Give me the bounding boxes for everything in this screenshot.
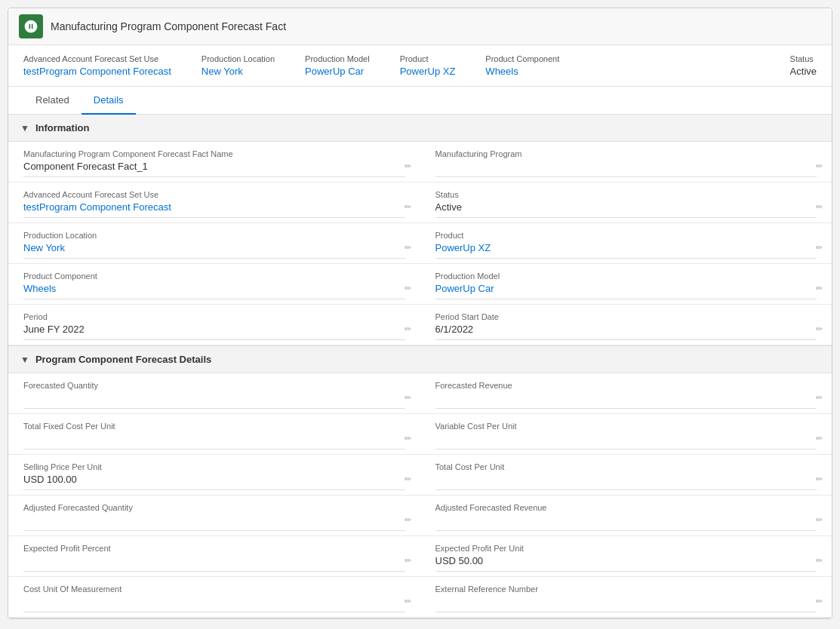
edit-icon-production-model[interactable]: ✏ <box>816 284 823 293</box>
field-product-component-value[interactable]: Wheels <box>23 283 405 299</box>
section-forecast-details-header[interactable]: ▼ Program Component Forecast Details <box>8 346 832 373</box>
field-expected-profit-per-unit: Expected Profit Per Unit USD 50.00 ✏ <box>420 536 832 577</box>
quick-info-product-value[interactable]: PowerUp XZ <box>400 66 456 77</box>
field-external-ref-number-label: External Reference Number <box>435 585 817 594</box>
field-period-label: Period <box>23 312 405 321</box>
field-production-location-value[interactable]: New York <box>23 242 405 259</box>
field-product-component: Product Component Wheels ✏ <box>8 264 420 305</box>
field-mfg-program-value <box>435 161 817 177</box>
section-forecast-details-label: Program Component Forecast Details <box>35 354 211 365</box>
field-forecasted-revenue-label: Forecasted Revenue <box>435 381 817 390</box>
edit-icon-total-fixed-cost[interactable]: ✏ <box>405 434 411 443</box>
edit-icon-mfg-program[interactable]: ✏ <box>816 161 823 171</box>
edit-icon-expected-profit-percent[interactable]: ✏ <box>405 556 411 566</box>
field-adjusted-forecasted-rev: Adjusted Forecasted Revenue ✏ <box>420 496 832 536</box>
edit-icon-period[interactable]: ✏ <box>405 324 411 334</box>
edit-icon-total-cost-per-unit[interactable]: ✏ <box>816 474 823 484</box>
tab-details[interactable]: Details <box>82 87 136 115</box>
field-adjusted-forecasted-rev-value <box>435 514 817 531</box>
field-product-label: Product <box>435 231 817 240</box>
quick-info-production-location-value[interactable]: New York <box>202 66 275 77</box>
field-period: Period June FY 2022 ✏ <box>8 305 420 345</box>
field-production-location-label: Production Location <box>23 231 405 240</box>
edit-icon-production-location[interactable]: ✏ <box>405 243 411 253</box>
edit-icon-adjusted-forecasted-qty[interactable]: ✏ <box>405 515 411 525</box>
field-forecasted-revenue: Forecasted Revenue ✏ <box>420 373 832 414</box>
quick-info-product-component-value[interactable]: Wheels <box>485 66 559 77</box>
quick-info-product-component-label: Product Component <box>485 54 559 63</box>
section-information-fields: Manufacturing Program Component Forecast… <box>8 142 832 345</box>
app-icon <box>19 14 43 38</box>
tab-related[interactable]: Related <box>23 87 82 115</box>
section-forecast-details-fields: Forecasted Quantity ✏ Forecasted Revenue… <box>8 373 832 618</box>
tabs-bar: Related Details <box>8 87 832 115</box>
field-adjusted-forecasted-qty-value <box>23 514 405 531</box>
quick-info-production-model-label: Production Model <box>305 54 370 63</box>
edit-icon-selling-price[interactable]: ✏ <box>405 474 411 484</box>
field-expected-profit-percent-value <box>23 555 405 572</box>
field-cost-unit-measurement-value <box>23 596 405 612</box>
field-production-model-value[interactable]: PowerUp Car <box>435 283 817 299</box>
quick-info-production-location-label: Production Location <box>202 54 275 63</box>
field-mfg-program-label: Manufacturing Program <box>435 149 817 158</box>
quick-info-production-location: Production Location New York <box>202 54 275 77</box>
field-adjusted-forecasted-qty-label: Adjusted Forecasted Quantity <box>23 503 405 512</box>
chevron-forecast-icon: ▼ <box>20 354 29 365</box>
edit-icon-forecasted-quantity[interactable]: ✏ <box>405 393 411 403</box>
edit-icon-variable-cost[interactable]: ✏ <box>816 434 823 443</box>
section-information: ▼ Information Manufacturing Program Comp… <box>8 115 832 346</box>
page-title: Manufacturing Program Component Forecast… <box>51 20 286 32</box>
quick-info-bar: Advanced Account Forecast Set Use testPr… <box>8 45 832 87</box>
field-cost-unit-measurement-label: Cost Unit Of Measurement <box>23 585 405 594</box>
edit-icon-cost-unit-measurement[interactable]: ✏ <box>405 597 411 606</box>
quick-info-production-model: Production Model PowerUp Car <box>305 54 370 77</box>
quick-info-forecast-set-value[interactable]: testProgram Component Forecast <box>23 66 171 77</box>
quick-info-production-model-value[interactable]: PowerUp Car <box>305 66 370 77</box>
field-production-model: Production Model PowerUp Car ✏ <box>420 264 832 305</box>
quick-info-status-label: Status <box>790 54 817 63</box>
field-expected-profit-per-unit-value: USD 50.00 <box>435 555 817 572</box>
field-total-fixed-cost-label: Total Fixed Cost Per Unit <box>23 422 405 431</box>
field-product: Product PowerUp XZ ✏ <box>420 223 832 264</box>
field-selling-price: Selling Price Per Unit USD 100.00 ✏ <box>8 455 420 496</box>
edit-icon-forecasted-revenue[interactable]: ✏ <box>816 393 823 403</box>
edit-icon-status[interactable]: ✏ <box>816 202 823 212</box>
field-total-cost-per-unit: Total Cost Per Unit ✏ <box>420 455 832 496</box>
edit-icon-expected-profit-per-unit[interactable]: ✏ <box>816 556 823 566</box>
quick-info-status-value: Active <box>790 66 817 77</box>
field-selling-price-label: Selling Price Per Unit <box>23 462 405 471</box>
edit-icon-product-component[interactable]: ✏ <box>405 284 411 293</box>
field-fact-name-label: Manufacturing Program Component Forecast… <box>23 149 405 158</box>
edit-icon-adjusted-forecasted-rev[interactable]: ✏ <box>816 515 823 525</box>
field-forecast-set-use-value[interactable]: testProgram Component Forecast <box>23 201 405 218</box>
field-forecasted-quantity-label: Forecasted Quantity <box>23 381 405 390</box>
field-adjusted-forecasted-rev-label: Adjusted Forecasted Revenue <box>435 503 817 512</box>
field-period-start-date-label: Period Start Date <box>435 312 817 321</box>
field-cost-unit-measurement: Cost Unit Of Measurement ✏ <box>8 577 420 618</box>
edit-icon-external-ref-number[interactable]: ✏ <box>816 597 823 606</box>
field-forecasted-quantity: Forecasted Quantity ✏ <box>8 373 420 414</box>
edit-icon-period-start-date[interactable]: ✏ <box>816 324 823 334</box>
chevron-icon: ▼ <box>20 123 29 133</box>
edit-icon-product[interactable]: ✏ <box>816 243 823 253</box>
field-fact-name-value: Component Forecast Fact_1 <box>23 161 405 177</box>
field-production-location: Production Location New York ✏ <box>8 223 420 264</box>
section-information-label: Information <box>35 122 90 133</box>
field-product-value[interactable]: PowerUp XZ <box>435 242 817 259</box>
field-status-value: Active <box>435 201 817 218</box>
field-forecast-set-use-label: Advanced Account Forecast Set Use <box>23 190 405 199</box>
quick-info-forecast-set: Advanced Account Forecast Set Use testPr… <box>23 54 171 77</box>
edit-icon-forecast-set-use[interactable]: ✏ <box>405 202 411 212</box>
edit-icon-fact-name[interactable]: ✏ <box>405 161 411 171</box>
section-information-header[interactable]: ▼ Information <box>8 115 832 142</box>
field-expected-profit-percent: Expected Profit Percent ✏ <box>8 536 420 577</box>
field-production-model-label: Production Model <box>435 272 817 281</box>
quick-info-product: Product PowerUp XZ <box>400 54 456 77</box>
quick-info-forecast-set-label: Advanced Account Forecast Set Use <box>23 54 171 63</box>
field-forecasted-quantity-value <box>23 392 405 409</box>
field-status-label: Status <box>435 190 817 199</box>
header-bar: Manufacturing Program Component Forecast… <box>8 8 832 45</box>
field-forecast-set-use: Advanced Account Forecast Set Use testPr… <box>8 183 420 223</box>
field-external-ref-number-value <box>435 596 817 612</box>
field-total-fixed-cost: Total Fixed Cost Per Unit ✏ <box>8 414 420 455</box>
